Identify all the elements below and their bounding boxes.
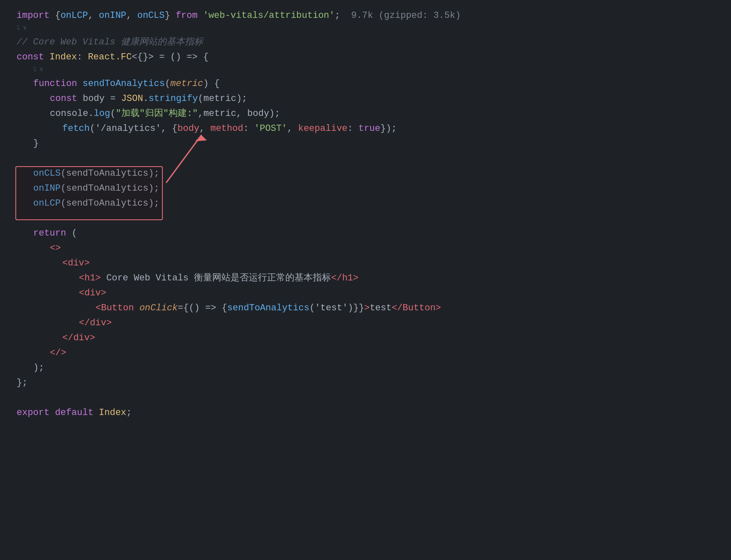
- fold-icon-2[interactable]: ⤵ ∨: [33, 65, 43, 74]
- code-line-oncls: onCLS(sendToAnalytics);: [0, 166, 731, 181]
- code-line-fragment-close: </>: [0, 346, 731, 361]
- code-line-console: console.log("加载"归因"构建:",metric, body);: [0, 106, 731, 121]
- code-line-import: import {onLCP, onINP, onCLS} from 'web-v…: [0, 8, 731, 23]
- code-line-fn-close: }: [0, 136, 731, 151]
- code-line-onlcp: onLCP(sendToAnalytics);: [0, 196, 731, 211]
- code-line-div-close1: </div>: [0, 316, 731, 331]
- fold-line-2: ⤵ ∨: [0, 65, 731, 76]
- code-line-oninp: onINP(sendToAnalytics);: [0, 181, 731, 196]
- code-line-empty-1: [0, 151, 731, 166]
- code-line-fetch: fetch('/analytics', {body, method: 'POST…: [0, 121, 731, 136]
- code-line-div-open2: <div>: [0, 286, 731, 301]
- comment-text: // Core Web Vitals 健康网站的基本指标: [17, 35, 203, 49]
- code-line-div-close2: </div>: [0, 331, 731, 346]
- code-line-return: return (: [0, 226, 731, 241]
- import-keyword: import: [17, 8, 55, 23]
- code-line-fragment-open: <>: [0, 241, 731, 256]
- fold-icon-1[interactable]: ⤵ ∨: [17, 23, 27, 32]
- code-line-body: const body = JSON.stringify(metric);: [0, 91, 731, 106]
- fold-line-1: ⤵ ∨: [0, 23, 731, 35]
- code-line-button: <Button onClick={() => {sendToAnalytics(…: [0, 301, 731, 316]
- code-line-const: const Index: React.FC<{}> = () => {: [0, 50, 731, 65]
- size-comment: 9.7k (gzipped: 3.5k): [351, 8, 461, 23]
- code-line-empty-3: [0, 391, 731, 405]
- code-line-empty-2: [0, 211, 731, 226]
- code-line-export: export default Index;: [0, 405, 731, 420]
- module-string: 'web-vitals/attribution': [203, 8, 335, 23]
- code-line-comment: // Core Web Vitals 健康网站的基本指标: [0, 35, 731, 50]
- code-line-outer-brace: };: [0, 376, 731, 391]
- code-editor: import {onLCP, onINP, onCLS} from 'web-v…: [0, 4, 731, 425]
- code-line-return-close: );: [0, 361, 731, 376]
- from-keyword: from: [176, 8, 203, 23]
- code-line-h1: <h1> Core Web Vitals 衡量网站是否运行正常的基本指标</h1…: [0, 271, 731, 286]
- code-line-function: function sendToAnalytics(metric) {: [0, 76, 731, 91]
- code-line-div-open: <div>: [0, 256, 731, 271]
